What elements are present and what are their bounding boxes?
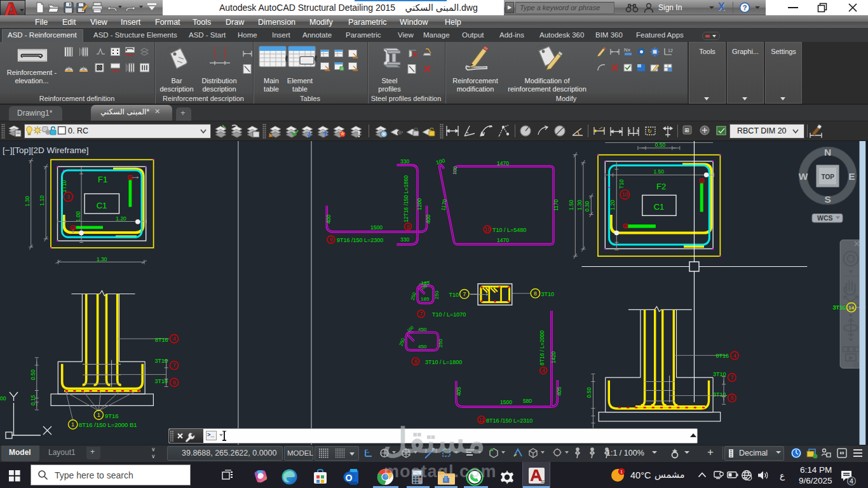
svg-text:T10 / L=1070: T10 / L=1070	[432, 311, 466, 318]
svg-text:1.50: 1.50	[568, 200, 574, 210]
svg-text:?: ?	[743, 4, 747, 11]
svg-text:9: 9	[72, 226, 74, 230]
svg-text:12T16 /150 L=1860: 12T16 /150 L=1860	[403, 175, 409, 222]
svg-text:↻: ↻	[648, 128, 652, 134]
svg-text:1.20: 1.20	[116, 215, 126, 222]
svg-text:T10: T10	[449, 292, 459, 298]
svg-text:1470: 1470	[497, 237, 509, 243]
svg-text:9T16: 9T16	[105, 412, 119, 419]
svg-text:TOP: TOP	[822, 173, 835, 180]
svg-text:1.10: 1.10	[39, 195, 45, 206]
svg-text:1470: 1470	[497, 160, 509, 166]
svg-text:450: 450	[418, 344, 427, 349]
svg-text:4: 4	[733, 353, 736, 359]
svg-text:9: 9	[330, 236, 333, 243]
svg-text:8T16: 8T16	[155, 337, 168, 343]
svg-text:4: 4	[173, 336, 176, 342]
svg-text:12: 12	[668, 48, 673, 53]
svg-text:250: 250	[438, 339, 444, 348]
svg-text:1: 1	[620, 469, 623, 475]
svg-text:10: 10	[622, 191, 628, 198]
svg-text:10: 10	[484, 226, 491, 233]
svg-text:1500: 1500	[370, 224, 383, 231]
svg-text:3T10: 3T10	[833, 304, 846, 311]
svg-text:400: 400	[325, 215, 332, 224]
svg-text:WCS: WCS	[817, 214, 833, 222]
svg-text:1.30: 1.30	[24, 196, 31, 207]
svg-text:450: 450	[418, 327, 427, 332]
svg-text:[−][Top][2D Wireframe]: [−][Top][2D Wireframe]	[3, 146, 88, 155]
svg-text:405: 405	[556, 387, 562, 396]
svg-text:N: N	[824, 147, 831, 158]
svg-text:3T10: 3T10	[541, 291, 555, 297]
svg-text:9T16 /150 L=2300: 9T16 /150 L=2300	[337, 237, 383, 243]
svg-text:1.30: 1.30	[576, 200, 583, 210]
svg-text:7: 7	[731, 374, 734, 381]
svg-text:8: 8	[407, 224, 410, 230]
svg-text:8T16: 8T16	[716, 353, 729, 359]
svg-text:185: 185	[421, 296, 430, 302]
svg-text:7: 7	[419, 311, 423, 317]
svg-text:1.50: 1.50	[653, 168, 664, 175]
svg-text:1.30: 1.30	[97, 256, 107, 262]
svg-text:C1: C1	[654, 202, 665, 212]
svg-text:8: 8	[129, 176, 131, 180]
svg-text:330: 330	[400, 236, 409, 243]
svg-text:x: x	[628, 47, 630, 53]
svg-text:405: 405	[456, 387, 462, 396]
svg-text:8: 8	[534, 290, 537, 297]
svg-text:14: 14	[848, 305, 854, 311]
svg-text:6: 6	[414, 358, 417, 365]
svg-text:W: W	[799, 171, 808, 182]
svg-text:⊞: ⊞	[684, 127, 689, 133]
svg-text:0.50: 0.50	[586, 387, 592, 398]
svg-text:1170: 1170	[553, 199, 559, 211]
svg-text:250: 250	[434, 290, 440, 299]
svg-text:1.00: 1.00	[75, 211, 81, 222]
svg-text:C1: C1	[97, 201, 107, 210]
svg-text:T10: T10	[618, 179, 625, 189]
svg-text:S: S	[825, 194, 831, 205]
svg-text:4: 4	[850, 477, 853, 485]
svg-text:1420: 1420	[550, 351, 557, 363]
svg-text:0.50: 0.50	[30, 369, 36, 380]
svg-text:0.50: 0.50	[655, 142, 666, 148]
svg-text:8T16 / L=2000: 8T16 / L=2000	[539, 330, 545, 365]
svg-text:580: 580	[523, 398, 532, 404]
svg-text:7: 7	[173, 362, 176, 369]
svg-text:T10 / L=5480: T10 / L=5480	[492, 227, 526, 233]
svg-text:3T10: 3T10	[155, 358, 168, 364]
svg-text:1.20: 1.20	[609, 200, 616, 210]
svg-text:6: 6	[731, 395, 734, 401]
svg-text:8: 8	[701, 179, 703, 183]
svg-text:9: 9	[625, 224, 627, 228]
svg-text:SD: SD	[541, 480, 545, 484]
svg-text:330: 330	[400, 158, 409, 165]
svg-text:O: O	[346, 473, 353, 483]
svg-text:3: 3	[67, 194, 70, 200]
svg-text:4: 4	[542, 367, 545, 374]
svg-text:1: 1	[71, 421, 74, 428]
svg-text:1T10: 1T10	[61, 180, 67, 193]
svg-text:8T16 /150 L=2000 B1: 8T16 /150 L=2000 B1	[79, 421, 137, 428]
svg-text:100: 100	[452, 166, 458, 175]
svg-text:1: 1	[97, 412, 100, 418]
svg-text:1500: 1500	[500, 399, 512, 405]
svg-text:3T10 / L=1800: 3T10 / L=1800	[425, 359, 462, 365]
svg-text:0.30: 0.30	[584, 201, 590, 212]
svg-text:1200: 1200	[416, 198, 423, 210]
svg-text:7: 7	[463, 291, 466, 297]
svg-text:6: 6	[173, 379, 176, 386]
svg-text:00: 00	[0, 395, 6, 402]
svg-text:400: 400	[425, 215, 431, 224]
svg-text:8T16 /150 L=2310: 8T16 /150 L=2310	[486, 417, 532, 424]
svg-text:E: E	[848, 171, 855, 182]
svg-text:F1: F1	[98, 175, 107, 184]
svg-text:0.15: 0.15	[30, 395, 36, 405]
svg-text:F2: F2	[656, 182, 666, 191]
